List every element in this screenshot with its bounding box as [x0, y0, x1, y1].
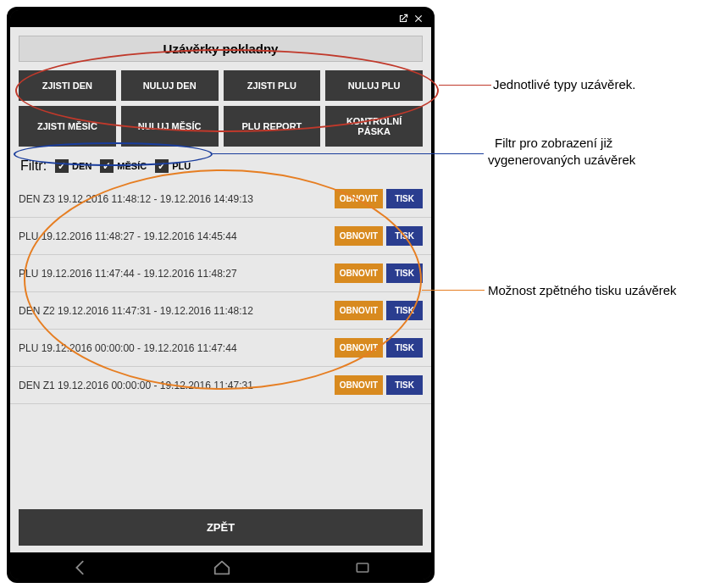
- obnovit-button[interactable]: OBNOVIT: [335, 263, 384, 283]
- nuluj-plu-button[interactable]: NULUJ PLU: [325, 70, 423, 101]
- row-buttons: OBNOVITTISK: [335, 189, 423, 208]
- plu-report-button[interactable]: PLU REPORT: [224, 106, 321, 147]
- checkbox-icon: ✓: [55, 159, 69, 173]
- row-buttons: OBNOVITTISK: [335, 301, 423, 320]
- list-row-text: DEN Z1 19.12.2016 00:00:00 - 19.12.2016 …: [19, 380, 335, 391]
- filter-plu[interactable]: ✓ PLU: [155, 159, 191, 173]
- nuluj-den-button[interactable]: NULUJ DEN: [121, 70, 219, 101]
- tablet-screen: Uzávěrky pokladny ZJISTI DEN NULUJ DEN Z…: [10, 10, 431, 580]
- obnovit-button[interactable]: OBNOVIT: [335, 301, 384, 320]
- row-buttons: OBNOVITTISK: [335, 375, 423, 395]
- annotation-filter2: vygenerovaných uzávěrek: [488, 153, 635, 167]
- page-title: Uzávěrky pokladny: [19, 36, 423, 62]
- svg-rect-0: [357, 563, 368, 572]
- row-buttons: OBNOVITTISK: [335, 263, 423, 283]
- kontrolni-paska-button[interactable]: KONTROLNÍ PÁSKA: [325, 106, 423, 147]
- zjisti-plu-button[interactable]: ZJISTI PLU: [224, 70, 321, 101]
- android-nav-bar: [10, 552, 431, 580]
- app-screen: Uzávěrky pokladny ZJISTI DEN NULUJ DEN Z…: [10, 27, 431, 552]
- tisk-button[interactable]: TISK: [386, 263, 423, 283]
- list-row-text: PLU 19.12.2016 11:47:44 - 19.12.2016 11:…: [19, 268, 335, 280]
- filter-label: Filtr:: [20, 158, 47, 174]
- home-nav-icon[interactable]: [211, 558, 233, 577]
- closure-list: DEN Z3 19.12.2016 11:48:12 - 19.12.2016 …: [10, 180, 431, 502]
- recent-nav-icon[interactable]: [354, 559, 371, 576]
- list-row-text: PLU 19.12.2016 11:48:27 - 19.12.2016 14:…: [19, 230, 335, 242]
- list-row: DEN Z1 19.12.2016 00:00:00 - 19.12.2016 …: [10, 367, 431, 404]
- obnovit-button[interactable]: OBNOVIT: [335, 375, 384, 395]
- checkbox-icon: ✓: [100, 159, 114, 173]
- tisk-button[interactable]: TISK: [386, 338, 423, 358]
- tisk-button[interactable]: TISK: [386, 301, 423, 320]
- tisk-button[interactable]: TISK: [386, 375, 423, 395]
- filter-plu-label: PLU: [172, 161, 191, 171]
- filter-mesic-label: MĚSÍC: [117, 161, 147, 171]
- closure-type-buttons: ZJISTI DEN NULUJ DEN ZJISTI PLU NULUJ PL…: [10, 65, 431, 152]
- nuluj-mesic-button[interactable]: NULUJ MĚSÍC: [121, 106, 219, 147]
- filter-row: Filtr: ✓ DEN ✓ MĚSÍC ✓ PLU: [10, 152, 431, 180]
- back-nav-icon[interactable]: [71, 558, 90, 577]
- list-row: DEN Z3 19.12.2016 11:48:12 - 19.12.2016 …: [10, 180, 431, 218]
- annotation-types: Jednotlivé typy uzávěrek.: [493, 77, 635, 92]
- annotation-line-types: [439, 85, 491, 86]
- tisk-button[interactable]: TISK: [386, 189, 423, 208]
- list-row: PLU 19.12.2016 11:48:27 - 19.12.2016 14:…: [10, 218, 431, 255]
- obnovit-button[interactable]: OBNOVIT: [335, 226, 384, 246]
- obnovit-button[interactable]: OBNOVIT: [335, 189, 384, 208]
- status-bar: [10, 10, 431, 27]
- annotation-reprint: Možnost zpětného tisku uzávěrek: [488, 283, 677, 297]
- list-row-text: DEN Z3 19.12.2016 11:48:12 - 19.12.2016 …: [19, 193, 335, 205]
- filter-den-label: DEN: [72, 161, 91, 171]
- list-row-text: PLU 19.12.2016 00:00:00 - 19.12.2016 11:…: [19, 342, 335, 354]
- zjisti-den-button[interactable]: ZJISTI DEN: [19, 70, 116, 101]
- row-buttons: OBNOVITTISK: [335, 338, 423, 358]
- checkbox-icon: ✓: [155, 159, 169, 173]
- zjisti-mesic-button[interactable]: ZJISTI MĚSÍC: [19, 106, 116, 147]
- tisk-button[interactable]: TISK: [386, 226, 423, 246]
- list-row: PLU 19.12.2016 00:00:00 - 19.12.2016 11:…: [10, 330, 431, 367]
- list-row: DEN Z2 19.12.2016 11:47:31 - 19.12.2016 …: [10, 292, 431, 330]
- row-buttons: OBNOVITTISK: [335, 226, 423, 246]
- filter-mesic[interactable]: ✓ MĚSÍC: [100, 159, 147, 173]
- tablet-frame: Uzávěrky pokladny ZJISTI DEN NULUJ DEN Z…: [7, 7, 435, 583]
- annotation-filter1: Filtr pro zobrazení již: [495, 136, 612, 150]
- close-icon[interactable]: [413, 13, 424, 25]
- list-row-text: DEN Z2 19.12.2016 11:47:31 - 19.12.2016 …: [19, 305, 335, 317]
- back-button[interactable]: ZPĚT: [19, 509, 423, 546]
- external-link-icon: [397, 13, 409, 25]
- list-row: PLU 19.12.2016 11:47:44 - 19.12.2016 11:…: [10, 255, 431, 292]
- filter-den[interactable]: ✓ DEN: [55, 159, 91, 173]
- obnovit-button[interactable]: OBNOVIT: [335, 338, 384, 358]
